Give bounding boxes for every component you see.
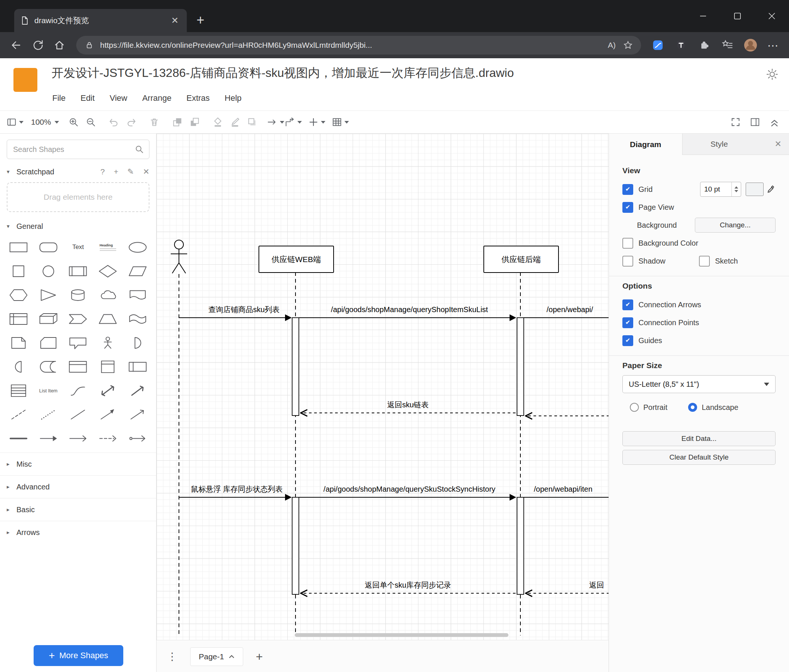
shape-rectangle[interactable] xyxy=(4,237,34,257)
shape-or[interactable] xyxy=(123,333,152,352)
more-shapes-button[interactable]: + More Shapes xyxy=(34,645,123,666)
waypoint-style-button[interactable] xyxy=(284,113,302,131)
paper-size-select[interactable]: US-Letter (8,5" x 11") xyxy=(622,375,776,393)
connection-style-button[interactable] xyxy=(267,113,284,131)
url-text[interactable]: https://file.kkview.cn/onlinePreview?url… xyxy=(100,41,602,49)
menu-edit[interactable]: Edit xyxy=(80,93,94,103)
landscape-radio[interactable] xyxy=(688,403,697,412)
grid-size-spinner[interactable] xyxy=(732,182,741,196)
add-page-button[interactable]: + xyxy=(256,651,263,662)
shape-diagonal-arrow-2[interactable] xyxy=(123,405,152,424)
view-button[interactable] xyxy=(6,113,24,131)
shape-callout[interactable] xyxy=(63,333,93,352)
activation-backend-1[interactable] xyxy=(517,318,524,416)
shape-horizontal-arrow-dashed[interactable] xyxy=(93,428,123,448)
shape-process[interactable] xyxy=(63,261,93,281)
shape-cloud[interactable] xyxy=(93,285,123,305)
guides-checkbox[interactable] xyxy=(622,335,633,346)
shape-circle[interactable] xyxy=(34,261,64,281)
grid-checkbox[interactable] xyxy=(622,184,633,195)
sketch-checkbox[interactable] xyxy=(699,256,710,267)
shape-cylinder[interactable] xyxy=(63,285,93,305)
fullscreen-button[interactable] xyxy=(727,113,744,131)
delete-button[interactable] xyxy=(146,113,163,131)
shape-note[interactable] xyxy=(4,333,34,352)
shape-rounded-rectangle[interactable] xyxy=(34,237,64,257)
extensions-puzzle-icon[interactable] xyxy=(694,35,714,55)
line-color-button[interactable] xyxy=(227,113,244,131)
spinner-up-icon[interactable] xyxy=(735,186,738,188)
insert-button[interactable] xyxy=(308,113,326,131)
connection-points-checkbox[interactable] xyxy=(622,317,633,328)
pages-menu-icon[interactable]: ⋮ xyxy=(167,650,177,662)
scratchpad-dropzone[interactable]: Drag elements here xyxy=(7,182,149,212)
actor-figure[interactable] xyxy=(171,240,187,273)
landscape-option[interactable]: Landscape xyxy=(688,403,738,412)
read-aloud-icon[interactable]: A) xyxy=(608,41,616,49)
shape-hexagon[interactable] xyxy=(4,285,34,305)
page-view-checkbox[interactable] xyxy=(622,202,633,213)
fill-color-button[interactable] xyxy=(209,113,227,131)
home-icon[interactable] xyxy=(50,35,69,55)
menu-file[interactable]: File xyxy=(52,93,65,103)
eyedropper-icon[interactable] xyxy=(767,185,776,194)
background-color-checkbox[interactable] xyxy=(622,238,633,248)
scratchpad-help-icon[interactable]: ? xyxy=(101,167,105,176)
browser-tab[interactable]: drawio文件预览 ✕ xyxy=(14,9,187,32)
panel-close-icon[interactable]: ✕ xyxy=(767,134,789,154)
shadow-checkbox[interactable] xyxy=(622,256,633,267)
table-button[interactable] xyxy=(331,113,349,131)
redo-button[interactable] xyxy=(123,113,140,131)
shape-diagonal-arrow[interactable] xyxy=(93,405,123,424)
undo-button[interactable] xyxy=(105,113,123,131)
address-bar[interactable]: https://file.kkview.cn/onlinePreview?url… xyxy=(76,36,641,54)
window-close-button[interactable] xyxy=(755,0,789,32)
menu-view[interactable]: View xyxy=(109,93,127,103)
shadow-button[interactable] xyxy=(244,113,261,131)
shape-data-storage[interactable] xyxy=(34,357,64,376)
tab-diagram[interactable]: Diagram xyxy=(609,134,682,155)
favorites-bar-icon[interactable] xyxy=(717,35,738,55)
scratchpad-close-icon[interactable]: ✕ xyxy=(143,167,149,176)
shape-card[interactable] xyxy=(34,333,64,352)
edit-data-button[interactable]: Edit Data... xyxy=(622,431,776,446)
diagram-canvas[interactable]: 供应链WEB端 供应链后端 查询店铺商品sku列表 /api/goods/sho… xyxy=(157,134,609,640)
message-label-hover-sync[interactable]: 鼠标悬浮 库存同步状态列表 xyxy=(191,484,283,494)
shape-dashed-line[interactable] xyxy=(4,405,34,424)
shape-list[interactable] xyxy=(4,381,34,400)
zoom-level-button[interactable]: 100% xyxy=(30,113,59,131)
connection-arrows-checkbox[interactable] xyxy=(622,299,633,310)
shape-step[interactable] xyxy=(63,309,93,328)
zoom-in-button[interactable] xyxy=(65,113,82,131)
back-icon[interactable] xyxy=(6,35,26,55)
scratchpad-header[interactable]: ▾ Scratchpad ? + ✎ ✕ xyxy=(0,162,156,182)
shape-actor[interactable] xyxy=(93,333,123,352)
section-misc[interactable]: ▸Misc xyxy=(0,452,156,475)
shape-ellipse[interactable] xyxy=(123,237,152,257)
page-tab[interactable]: Page-1 xyxy=(190,647,243,666)
lifeline-box-web[interactable]: 供应链WEB端 xyxy=(259,246,334,273)
scratchpad-add-icon[interactable]: + xyxy=(114,167,118,176)
menu-extras[interactable]: Extras xyxy=(187,93,209,103)
shape-document[interactable] xyxy=(123,285,152,305)
shape-curve[interactable] xyxy=(63,381,93,400)
zoom-out-button[interactable] xyxy=(82,113,99,131)
shape-internal-storage[interactable] xyxy=(4,309,34,328)
menu-arrange[interactable]: Arrange xyxy=(142,93,171,103)
window-minimize-button[interactable] xyxy=(686,0,720,32)
shape-line[interactable] xyxy=(63,405,93,424)
section-basic[interactable]: ▸Basic xyxy=(0,498,156,521)
to-front-button[interactable] xyxy=(169,113,186,131)
activation-web-2[interactable] xyxy=(292,497,299,594)
shape-container[interactable] xyxy=(63,357,93,376)
shape-square[interactable] xyxy=(4,261,34,281)
shape-dotted-line[interactable] xyxy=(34,405,64,424)
shape-diamond[interactable] xyxy=(93,261,123,281)
change-background-button[interactable]: Change... xyxy=(695,218,776,232)
theme-toggle-icon[interactable] xyxy=(766,68,779,81)
collapse-toolbar-button[interactable] xyxy=(766,113,783,131)
shape-text[interactable]: Text xyxy=(63,237,93,257)
message-label-query-sku-list[interactable]: 查询店铺商品sku列表 xyxy=(208,305,280,314)
shape-vertical-container[interactable] xyxy=(93,357,123,376)
browser-menu-icon[interactable]: ⋯ xyxy=(763,39,783,52)
